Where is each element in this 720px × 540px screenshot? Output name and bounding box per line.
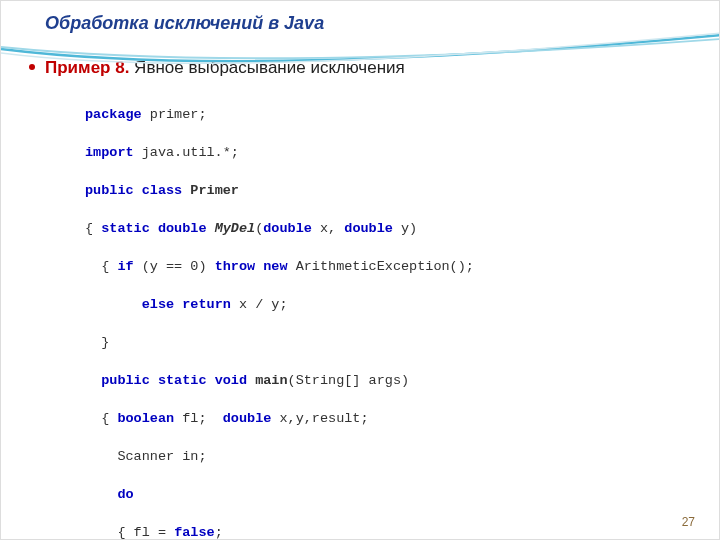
slide-title: Обработка исключений в Java bbox=[1, 1, 719, 38]
code-block: package primer; import java.util.*; publ… bbox=[1, 84, 719, 540]
example-heading: Пример 8. Явное выбрасывание исключения bbox=[1, 38, 719, 84]
example-label: Пример 8. bbox=[45, 58, 129, 77]
bullet-icon bbox=[29, 64, 35, 70]
page-number: 27 bbox=[682, 515, 695, 529]
example-text: Явное выбрасывание исключения bbox=[129, 58, 404, 77]
